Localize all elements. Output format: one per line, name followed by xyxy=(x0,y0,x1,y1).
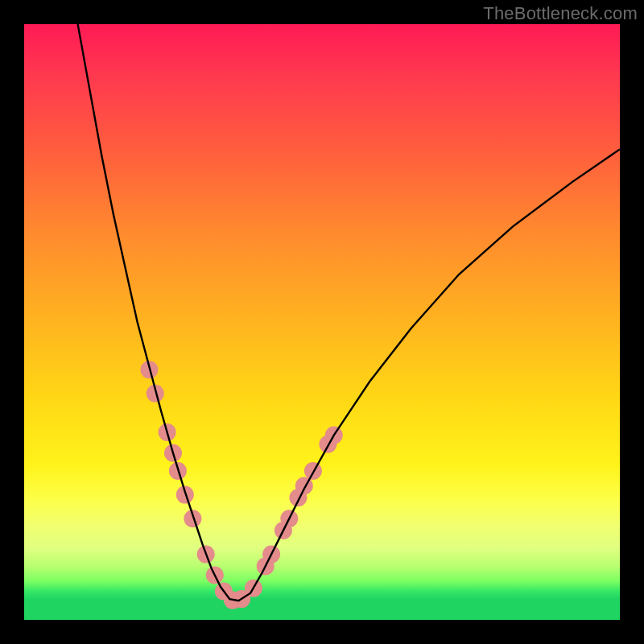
marker-group xyxy=(140,361,342,609)
bottleneck-curve xyxy=(78,24,620,601)
watermark-text: TheBottleneck.com xyxy=(483,3,638,24)
chart-frame: TheBottleneck.com xyxy=(0,0,644,644)
plot-area xyxy=(24,24,620,620)
chart-svg xyxy=(24,24,620,620)
